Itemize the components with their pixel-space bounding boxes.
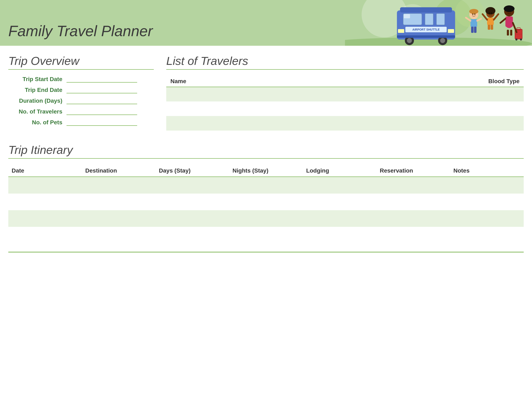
trip-end-date-field: Trip End Date bbox=[8, 87, 154, 93]
itinerary-date-cell[interactable] bbox=[8, 194, 82, 210]
itinerary-date-cell[interactable] bbox=[8, 210, 82, 227]
itinerary-notes-cell[interactable] bbox=[450, 177, 524, 194]
itinerary-notes-cell[interactable] bbox=[450, 194, 524, 210]
itinerary-1-nights-input[interactable] bbox=[229, 177, 303, 194]
travelers-header-row: Name Blood Type bbox=[166, 76, 524, 87]
itinerary-nights-cell[interactable] bbox=[229, 210, 303, 227]
duration-days-input[interactable] bbox=[66, 98, 137, 104]
svg-text:AIRPORT SHUTTLE: AIRPORT SHUTTLE bbox=[412, 28, 439, 31]
itinerary-section: Trip Itinerary Date Destination Days (St… bbox=[8, 143, 524, 244]
traveler-3-blood-input[interactable] bbox=[345, 116, 524, 131]
itinerary-3-nights-input[interactable] bbox=[229, 210, 303, 227]
itinerary-4-lodging-input[interactable] bbox=[303, 227, 376, 244]
itinerary-3-reservation-input[interactable] bbox=[376, 210, 450, 227]
itinerary-3-date-input[interactable] bbox=[8, 210, 82, 227]
itinerary-nights-cell[interactable] bbox=[229, 177, 303, 194]
itinerary-2-lodging-input[interactable] bbox=[303, 194, 376, 210]
footer-divider bbox=[8, 252, 524, 252]
trip-start-date-input[interactable] bbox=[66, 76, 137, 83]
itinerary-days-cell[interactable] bbox=[156, 227, 229, 244]
itinerary-nights-cell[interactable] bbox=[229, 227, 303, 244]
svg-rect-41 bbox=[510, 30, 512, 36]
itinerary-date-cell[interactable] bbox=[8, 177, 82, 194]
travelers-table: Name Blood Type bbox=[166, 76, 524, 131]
itinerary-4-date-input[interactable] bbox=[8, 227, 82, 244]
traveler-2-blood-input[interactable] bbox=[345, 101, 524, 116]
svg-point-38 bbox=[504, 5, 514, 12]
itinerary-1-notes-input[interactable] bbox=[450, 177, 524, 194]
itinerary-4-notes-input[interactable] bbox=[450, 227, 524, 244]
svg-point-15 bbox=[440, 38, 445, 43]
itinerary-3-days-input[interactable] bbox=[156, 210, 229, 227]
itinerary-reservation-cell[interactable] bbox=[376, 177, 450, 194]
itinerary-4-dest-input[interactable] bbox=[82, 227, 155, 244]
itinerary-1-dest-input[interactable] bbox=[82, 177, 155, 194]
traveler-name-cell[interactable] bbox=[166, 116, 345, 131]
itinerary-reservation-cell[interactable] bbox=[376, 227, 450, 244]
itinerary-1-days-input[interactable] bbox=[156, 177, 229, 194]
svg-point-26 bbox=[472, 13, 473, 15]
itinerary-lodging-cell[interactable] bbox=[303, 210, 376, 227]
itinerary-days-cell[interactable] bbox=[156, 194, 229, 210]
itinerary-notes-cell[interactable] bbox=[450, 210, 524, 227]
itinerary-1-date-input[interactable] bbox=[8, 177, 82, 194]
itinerary-reservation-cell[interactable] bbox=[376, 194, 450, 210]
itinerary-dest-cell[interactable] bbox=[82, 227, 155, 244]
itinerary-2-nights-input[interactable] bbox=[229, 194, 303, 210]
itinerary-lodging-cell[interactable] bbox=[303, 227, 376, 244]
itinerary-2-notes-input[interactable] bbox=[450, 194, 524, 210]
header-illustration: AIRPORT SHUTTLE bbox=[345, 0, 532, 46]
traveler-1-blood-input[interactable] bbox=[345, 87, 524, 101]
svg-rect-31 bbox=[488, 25, 490, 30]
itinerary-reservation-cell[interactable] bbox=[376, 210, 450, 227]
no-travelers-input[interactable] bbox=[66, 108, 137, 115]
itinerary-4-reservation-input[interactable] bbox=[376, 227, 450, 244]
itinerary-row bbox=[8, 177, 524, 194]
itinerary-3-dest-input[interactable] bbox=[82, 210, 155, 227]
traveler-blood-cell[interactable] bbox=[345, 116, 524, 131]
itinerary-4-nights-input[interactable] bbox=[229, 227, 303, 244]
travelers-col-name: Name bbox=[166, 76, 345, 87]
itinerary-notes-cell[interactable] bbox=[450, 227, 524, 244]
traveler-name-cell[interactable] bbox=[166, 87, 345, 101]
trip-start-date-field: Trip Start Date bbox=[8, 76, 154, 83]
itinerary-title: Trip Itinerary bbox=[8, 143, 524, 156]
itinerary-lodging-cell[interactable] bbox=[303, 194, 376, 210]
svg-rect-18 bbox=[448, 29, 454, 33]
itinerary-col-reservation: Reservation bbox=[376, 165, 450, 177]
itinerary-dest-cell[interactable] bbox=[82, 194, 155, 210]
traveler-blood-cell[interactable] bbox=[345, 87, 524, 101]
itinerary-2-date-input[interactable] bbox=[8, 194, 82, 210]
svg-rect-39 bbox=[505, 16, 513, 27]
itinerary-days-cell[interactable] bbox=[156, 177, 229, 194]
itinerary-1-reservation-input[interactable] bbox=[376, 177, 450, 194]
itinerary-3-lodging-input[interactable] bbox=[303, 210, 376, 227]
itinerary-2-days-input[interactable] bbox=[156, 194, 229, 210]
itinerary-lodging-cell[interactable] bbox=[303, 177, 376, 194]
no-pets-label: No. of Pets bbox=[8, 119, 66, 126]
trip-end-date-input[interactable] bbox=[66, 87, 137, 93]
itinerary-nights-cell[interactable] bbox=[229, 194, 303, 210]
itinerary-days-cell[interactable] bbox=[156, 210, 229, 227]
no-pets-input[interactable] bbox=[66, 119, 137, 126]
itinerary-row bbox=[8, 210, 524, 227]
traveler-name-cell[interactable] bbox=[166, 101, 345, 116]
svg-point-46 bbox=[515, 39, 517, 40]
itinerary-col-destination: Destination bbox=[82, 165, 155, 177]
itinerary-date-cell[interactable] bbox=[8, 227, 82, 244]
itinerary-4-days-input[interactable] bbox=[156, 227, 229, 244]
traveler-2-name-input[interactable] bbox=[166, 101, 345, 116]
itinerary-1-lodging-input[interactable] bbox=[303, 177, 376, 194]
svg-point-47 bbox=[520, 39, 522, 40]
traveler-1-name-input[interactable] bbox=[166, 87, 345, 101]
itinerary-2-reservation-input[interactable] bbox=[376, 194, 450, 210]
svg-rect-7 bbox=[425, 13, 433, 25]
itinerary-dest-cell[interactable] bbox=[82, 177, 155, 194]
traveler-3-name-input[interactable] bbox=[166, 116, 345, 131]
trip-overview-section: Trip Overview Trip Start Date Trip End D… bbox=[8, 54, 154, 131]
traveler-blood-cell[interactable] bbox=[345, 101, 524, 116]
itinerary-dest-cell[interactable] bbox=[82, 210, 155, 227]
itinerary-3-notes-input[interactable] bbox=[450, 210, 524, 227]
itinerary-2-dest-input[interactable] bbox=[82, 194, 155, 210]
no-travelers-field: No. of Travelers bbox=[8, 108, 154, 115]
